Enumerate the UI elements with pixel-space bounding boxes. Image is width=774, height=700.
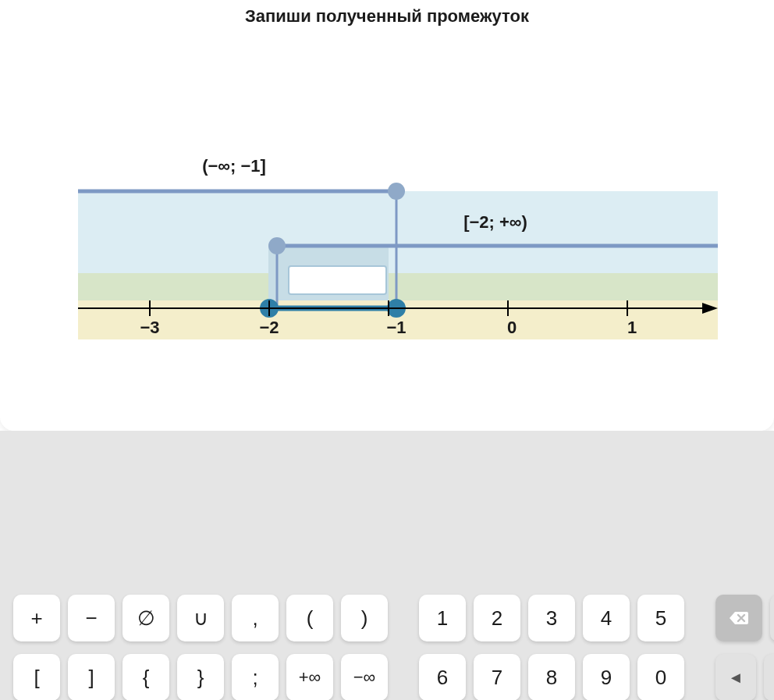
- backspace-icon: [729, 610, 749, 626]
- math-keyboard: + − ∅ ∪ , ( ) 1 2 3 4 5 OK [ ] { } ; +∞ …: [0, 585, 774, 700]
- interval-mid-endpoint: [268, 237, 286, 254]
- key-4[interactable]: 4: [583, 595, 630, 641]
- key-backspace[interactable]: [715, 595, 762, 641]
- key-5[interactable]: 5: [637, 595, 684, 641]
- key-brace-open[interactable]: {: [122, 654, 169, 700]
- keyboard-gap: [396, 595, 419, 641]
- key-paren-close[interactable]: ): [341, 595, 388, 641]
- key-plus[interactable]: +: [13, 595, 60, 641]
- key-brace-close[interactable]: }: [177, 654, 224, 700]
- keyboard-gap: [692, 595, 715, 641]
- key-ok[interactable]: OK: [770, 595, 774, 641]
- key-7[interactable]: 7: [474, 654, 520, 700]
- interval-top-endpoint: [388, 183, 405, 200]
- keyboard-row-1: + − ∅ ∪ , ( ) 1 2 3 4 5 OK: [13, 595, 774, 641]
- key-3[interactable]: 3: [528, 595, 575, 641]
- tick-label: 1: [627, 318, 637, 337]
- key-8[interactable]: 8: [528, 654, 575, 700]
- number-line-chart: (−∞; −1] [−2; +∞) −3 −2 −1 0: [78, 137, 718, 339]
- tick-label: 0: [507, 318, 517, 337]
- page-title: Запиши полученный промежуток: [0, 0, 774, 27]
- chart-svg: (−∞; −1] [−2; +∞) −3 −2 −1 0: [78, 137, 718, 339]
- question-card: Запиши полученный промежуток (−∞; −1] [−…: [0, 0, 774, 431]
- keyboard-gap: [396, 654, 419, 700]
- key-cursor-right[interactable]: ►: [764, 654, 774, 700]
- tick-label: −2: [259, 318, 279, 337]
- key-plus-infinity[interactable]: +∞: [286, 654, 333, 700]
- key-union[interactable]: ∪: [177, 595, 224, 641]
- key-9[interactable]: 9: [583, 654, 630, 700]
- keyboard-row-2: [ ] { } ; +∞ −∞ 6 7 8 9 0 ◄ ►: [13, 654, 774, 700]
- tick-label: −1: [386, 318, 406, 337]
- key-paren-open[interactable]: (: [286, 595, 333, 641]
- interval-top-label: (−∞; −1]: [202, 156, 266, 176]
- key-bracket-close[interactable]: ]: [68, 654, 115, 700]
- key-semicolon[interactable]: ;: [232, 654, 279, 700]
- keyboard-gap: [692, 654, 715, 700]
- band-upper: [78, 191, 718, 273]
- key-6[interactable]: 6: [419, 654, 466, 700]
- tick-label: −3: [140, 318, 159, 337]
- key-bracket-open[interactable]: [: [13, 654, 60, 700]
- answer-input[interactable]: [288, 265, 387, 295]
- key-minus-infinity[interactable]: −∞: [341, 654, 388, 700]
- interval-mid-label: [−2; +∞): [463, 212, 527, 232]
- band-mid: [78, 273, 718, 300]
- key-comma[interactable]: ,: [232, 595, 279, 641]
- key-1[interactable]: 1: [419, 595, 466, 641]
- key-0[interactable]: 0: [637, 654, 684, 700]
- key-cursor-left[interactable]: ◄: [715, 654, 756, 700]
- key-2[interactable]: 2: [474, 595, 520, 641]
- key-empty-set[interactable]: ∅: [122, 595, 169, 641]
- key-minus[interactable]: −: [68, 595, 115, 641]
